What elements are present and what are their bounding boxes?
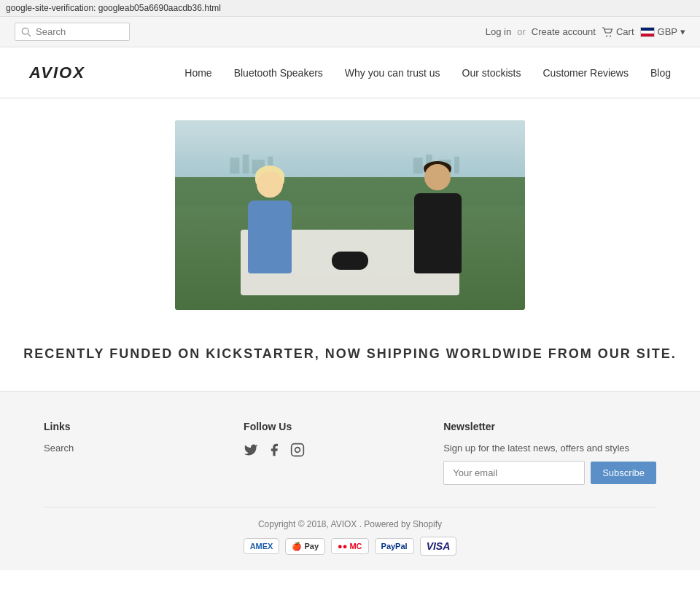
hero-section: RECENTLY FUNDED ON KICKSTARTER, NOW SHIP… <box>0 98 700 391</box>
nav-link-stockists[interactable]: Our stockists <box>462 67 521 79</box>
newsletter-form: Sign up for the latest news, offers and … <box>443 443 656 485</box>
payment-icons: AMEX 🍎 Pay ●● MC PayPal VISA <box>44 537 656 556</box>
top-bar-right: Log in or Create account Cart GBP ▾ <box>486 26 685 37</box>
logo[interactable]: AVIOX <box>29 63 85 82</box>
facebook-icon[interactable] <box>267 443 281 459</box>
nav-link-reviews[interactable]: Customer Reviews <box>542 67 628 79</box>
email-input-row: Subscribe <box>443 461 656 485</box>
svg-rect-5 <box>243 155 249 174</box>
email-input[interactable] <box>443 461 585 485</box>
svg-point-3 <box>610 35 611 36</box>
footer-links-col: Links Search <box>44 421 244 485</box>
currency-chevron-icon: ▾ <box>680 26 685 37</box>
search-form[interactable] <box>15 23 130 41</box>
verification-bar: google-site-verification: googleab05a669… <box>0 0 700 17</box>
flag-icon <box>640 27 655 37</box>
top-bar: Log in or Create account Cart GBP ▾ <box>0 17 700 47</box>
person-left <box>241 171 299 273</box>
instagram-icon[interactable] <box>290 443 305 459</box>
social-icons <box>244 443 443 464</box>
hero-image-container <box>0 98 700 324</box>
main-nav: AVIOX Home Bluetooth Speakers Why you ca… <box>0 47 700 98</box>
svg-point-2 <box>606 35 607 36</box>
nav-link-home[interactable]: Home <box>184 67 211 79</box>
nav-links: Home Bluetooth Speakers Why you can trus… <box>184 67 671 79</box>
svg-rect-4 <box>230 157 239 174</box>
hero-scene <box>175 120 525 310</box>
currency-label: GBP <box>658 26 677 37</box>
apple-pay-badge: 🍎 Pay <box>285 538 325 555</box>
create-account-link[interactable]: Create account <box>532 26 596 37</box>
newsletter-desc: Sign up for the latest news, offers and … <box>443 443 656 454</box>
search-icon <box>21 27 31 37</box>
paypal-badge: PayPal <box>375 538 414 554</box>
amex-badge: AMEX <box>244 538 280 554</box>
hero-tagline: RECENTLY FUNDED ON KICKSTARTER, NOW SHIP… <box>15 346 685 362</box>
cart-icon <box>602 27 613 37</box>
mastercard-badge: ●● MC <box>331 538 368 554</box>
cart-label: Cart <box>616 26 634 37</box>
speaker-product <box>332 252 368 270</box>
nav-link-why-trust-us[interactable]: Why you can trust us <box>345 67 440 79</box>
footer-newsletter-col: Newsletter Sign up for the latest news, … <box>443 421 656 485</box>
links-heading: Links <box>44 421 244 432</box>
svg-point-0 <box>22 28 28 34</box>
hero-image <box>175 120 525 310</box>
nav-link-bluetooth-speakers[interactable]: Bluetooth Speakers <box>234 67 323 79</box>
footer-search-link[interactable]: Search <box>44 443 244 454</box>
login-link[interactable]: Log in <box>486 26 511 37</box>
subscribe-button[interactable]: Subscribe <box>591 462 656 484</box>
copyright-text: Copyright © 2018, AVIOX . Powered by Sho… <box>44 519 656 529</box>
or-separator: or <box>517 26 526 37</box>
search-input[interactable] <box>36 26 123 37</box>
svg-line-1 <box>28 34 31 36</box>
visa-badge: VISA <box>420 537 457 556</box>
newsletter-heading: Newsletter <box>443 421 656 432</box>
svg-rect-12 <box>292 444 304 456</box>
footer-bottom: Copyright © 2018, AVIOX . Powered by Sho… <box>44 507 656 556</box>
nav-link-blog[interactable]: Blog <box>650 67 671 79</box>
footer-top: Links Search Follow Us Newsletter <box>44 421 656 485</box>
cart-area[interactable]: Cart <box>602 26 634 37</box>
verification-text: google-site-verification: googleab05a669… <box>6 3 221 13</box>
twitter-icon[interactable] <box>244 443 258 459</box>
footer: Links Search Follow Us Newsletter <box>0 391 700 570</box>
follow-heading: Follow Us <box>244 421 443 432</box>
footer-follow-col: Follow Us <box>244 421 443 485</box>
currency-selector[interactable]: GBP ▾ <box>640 26 685 37</box>
person-right <box>408 164 467 273</box>
top-bar-left <box>15 23 130 41</box>
tagline-section: RECENTLY FUNDED ON KICKSTARTER, NOW SHIP… <box>0 324 700 391</box>
